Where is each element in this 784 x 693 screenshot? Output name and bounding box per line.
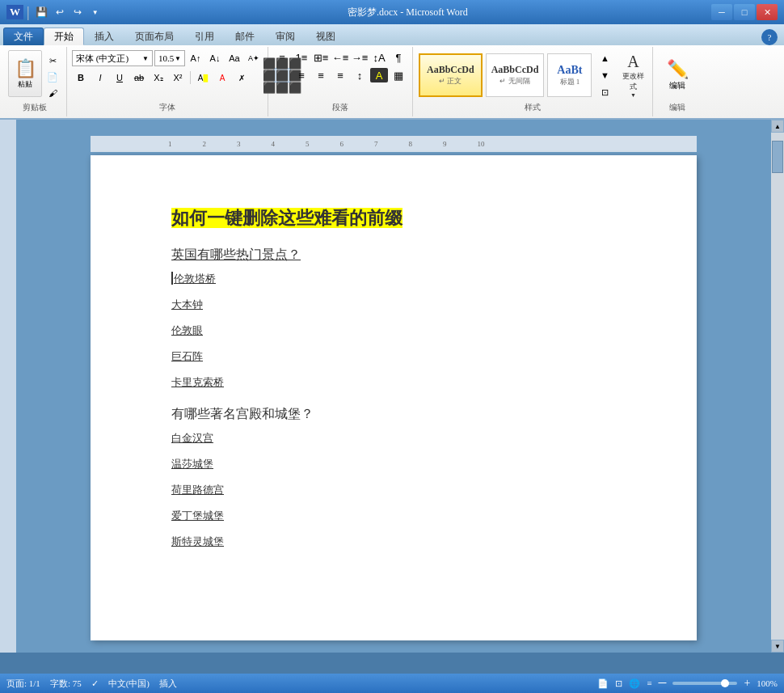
align-left-button[interactable]: ⬛⬛⬛⬛⬛⬛⬛⬛⬛	[273, 68, 291, 82]
text-effects-button[interactable]: A✦	[245, 50, 263, 66]
status-bar: 页面: 1/1 字数: 75 ✓ 中文(中国) 插入 📄 ⊡ 🌐 ≡ ─ + 1…	[0, 674, 784, 693]
change-styles-label: 更改样式	[620, 71, 646, 92]
zoom-minus-button[interactable]: ─	[659, 677, 667, 690]
style-nospace-button[interactable]: AaBbCcDd ↵ 无间隔	[486, 53, 545, 97]
zoom-level[interactable]: 100%	[757, 678, 778, 688]
shading-button[interactable]: A	[370, 68, 388, 82]
document-area[interactable]: 12345678910 如何一键删除这些难看的前缀 英国有哪些热门景点？ 伦敦塔…	[16, 120, 771, 653]
style-heading1-button[interactable]: AaBt 标题 1	[547, 53, 592, 97]
ribbon-tabs: 文件 开始 插入 页面布局 引用 邮件 审阅 视图 ?	[0, 24, 784, 45]
font-label: 字体	[159, 100, 175, 115]
help-icon[interactable]: ?	[761, 29, 778, 45]
line-spacing-button[interactable]: ↕	[351, 68, 369, 82]
clear-format-button[interactable]: ✗	[233, 70, 251, 86]
change-case-button[interactable]: Aa	[226, 50, 243, 66]
close-button[interactable]: ✕	[757, 4, 778, 20]
tab-home[interactable]: 开始	[44, 27, 84, 45]
change-styles-icon: A	[627, 53, 639, 71]
font-name-selector[interactable]: 宋体 (中文正) ▼	[72, 50, 153, 66]
superscript-button[interactable]: X²	[169, 70, 187, 86]
change-styles-dropdown-icon: ▼	[630, 92, 636, 99]
font-size-selector[interactable]: 10.5 ▼	[154, 50, 185, 66]
show-marks-button[interactable]: ¶	[390, 50, 407, 65]
bold-button[interactable]: B	[72, 70, 90, 86]
tab-file[interactable]: 文件	[3, 27, 44, 45]
view-web-icon[interactable]: 🌐	[629, 678, 640, 689]
list-item: 伦敦塔桥	[171, 272, 632, 286]
tab-mailings[interactable]: 邮件	[225, 27, 265, 45]
styles-more-button[interactable]: ⊡	[596, 85, 613, 99]
font-size-dropdown-icon: ▼	[175, 55, 181, 62]
document-title-wrapper: 如何一键删除这些难看的前缀	[171, 204, 632, 232]
style1-text: AaBbCcDd	[427, 64, 474, 76]
font-group: 宋体 (中文正) ▼ 10.5 ▼ A↑ A↓ Aa A✦ B I U ab X…	[67, 47, 268, 116]
tab-page-layout[interactable]: 页面布局	[124, 27, 184, 45]
multilevel-list-button[interactable]: ⊞≡	[312, 50, 330, 65]
maximize-button[interactable]: □	[734, 4, 755, 20]
tab-view[interactable]: 视图	[306, 27, 346, 45]
view-print-icon[interactable]: 📄	[597, 678, 609, 689]
quick-redo[interactable]: ↪	[69, 4, 86, 20]
view-outline-icon[interactable]: ≡	[647, 678, 651, 688]
list-item: 斯特灵城堡	[171, 535, 632, 549]
list-item: 卡里克索桥	[171, 375, 632, 390]
ribbon: 📋 粘贴 ✂ 📄 🖌 剪贴板 宋体 (中文正) ▼	[0, 45, 784, 120]
zoom-slider[interactable]	[672, 682, 737, 685]
vertical-scrollbar[interactable]: ▲ ▼	[771, 120, 784, 653]
paste-button[interactable]: 📋 粘贴	[8, 50, 42, 97]
horizontal-ruler: 12345678910	[91, 136, 697, 152]
increase-font-button[interactable]: A↑	[187, 50, 204, 66]
scroll-track[interactable]	[771, 133, 784, 640]
scroll-down-button[interactable]: ▼	[771, 640, 784, 653]
font-name-dropdown-icon: ▼	[142, 55, 149, 62]
tab-insert[interactable]: 插入	[84, 27, 124, 45]
align-center-button[interactable]: ≡	[293, 68, 310, 82]
border-button[interactable]: ▦	[390, 68, 407, 82]
list-item: 爱丁堡城堡	[171, 509, 632, 523]
increase-indent-button[interactable]: →≡	[351, 50, 369, 65]
underline-button[interactable]: U	[111, 70, 129, 86]
scroll-thumb[interactable]	[772, 141, 783, 173]
decrease-indent-button[interactable]: ←≡	[331, 50, 349, 65]
strikethrough-button[interactable]: ab	[130, 70, 148, 86]
style2-text: AaBbCcDd	[491, 64, 539, 76]
list-item: 温莎城堡	[171, 457, 632, 471]
subscript-button[interactable]: X₂	[150, 70, 167, 86]
styles-scroll-up-button[interactable]: ▲	[596, 51, 613, 65]
title-text: 密影梦.docx - Microsoft Word	[104, 6, 711, 19]
edit-label: 编辑	[669, 80, 685, 91]
quick-save[interactable]: 💾	[33, 4, 51, 20]
italic-button[interactable]: I	[91, 70, 109, 86]
style2-label: ↵ 无间隔	[499, 76, 529, 87]
spell-check-icon: ✓	[91, 678, 99, 689]
tab-review[interactable]: 审阅	[265, 27, 306, 45]
cut-button[interactable]: ✂	[44, 53, 61, 68]
format-painter-button[interactable]: 🖌	[44, 86, 61, 100]
font-color-button[interactable]: A	[213, 70, 231, 86]
list-item: 荷里路德宫	[171, 483, 632, 497]
style-normal-button[interactable]: AaBbCcDd ↵ 正文	[419, 53, 483, 97]
paste-icon: 📋	[15, 58, 36, 79]
quick-access-dropdown[interactable]: ▼	[86, 4, 104, 20]
decrease-font-button[interactable]: A↓	[206, 50, 224, 66]
document-page[interactable]: 如何一键删除这些难看的前缀 英国有哪些热门景点？ 伦敦塔桥 大本钟 伦敦眼 巨石…	[91, 155, 697, 640]
quick-undo[interactable]: ↩	[51, 4, 69, 20]
list-item: 巨石阵	[171, 349, 632, 364]
scroll-up-button[interactable]: ▲	[771, 120, 784, 133]
highlight-color-button[interactable]: A█	[194, 70, 212, 86]
list-item: 伦敦眼	[171, 323, 632, 338]
zoom-thumb	[721, 679, 729, 687]
sort-button[interactable]: ↕A	[370, 50, 388, 65]
clipboard-group: 📋 粘贴 ✂ 📄 🖌 剪贴板	[3, 47, 67, 116]
copy-button[interactable]: 📄	[44, 70, 61, 84]
tab-references[interactable]: 引用	[184, 27, 225, 45]
view-fullscreen-icon[interactable]: ⊡	[615, 678, 622, 689]
minimize-button[interactable]: ─	[711, 4, 732, 20]
styles-scroll-down-button[interactable]: ▼	[596, 68, 613, 82]
edit-button[interactable]: ✏️ 编辑	[660, 52, 696, 99]
justify-button[interactable]: ≡	[331, 68, 349, 82]
change-styles-button[interactable]: A 更改样式 ▼	[618, 51, 647, 100]
cursor	[171, 272, 173, 285]
zoom-plus-button[interactable]: +	[744, 677, 750, 690]
align-right-button[interactable]: ≡	[312, 68, 330, 82]
